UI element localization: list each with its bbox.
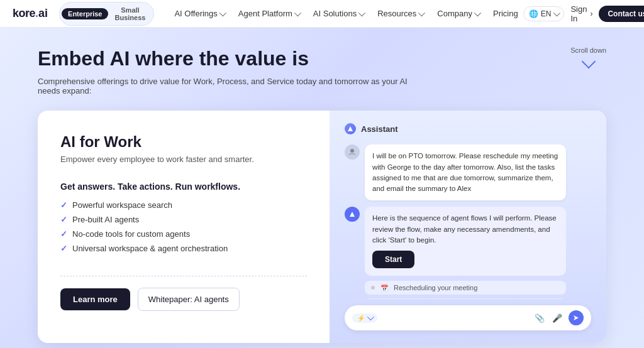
ai-bubble: Here is the sequence of agent flows I wi… xyxy=(365,207,566,276)
globe-icon: 🌐 xyxy=(529,9,538,18)
logo-ai-text: ai xyxy=(38,7,48,20)
list-item: ✓ Universal workspace & agent orchestrat… xyxy=(60,244,307,253)
navbar: kore . ai Enterprise Small Business AI O… xyxy=(0,0,644,28)
chevron-down-icon xyxy=(367,313,374,320)
chat-title: Assistant xyxy=(361,124,398,134)
chevron-down-icon xyxy=(418,9,425,16)
task-dot-icon xyxy=(371,286,375,290)
nav-agent-platform[interactable]: Agent Platform xyxy=(233,6,304,21)
attachment-icon[interactable]: 📎 xyxy=(533,312,546,324)
check-icon: ✓ xyxy=(60,229,67,239)
ai-avatar xyxy=(345,207,360,222)
chevron-down-icon xyxy=(474,9,481,16)
chat-input[interactable] xyxy=(382,313,528,322)
card-title: AI for Work xyxy=(60,133,307,151)
chat-messages: I will be on PTO tomorrow. Please resche… xyxy=(345,144,591,299)
chat-header: Assistant xyxy=(345,123,591,134)
start-button[interactable]: Start xyxy=(372,251,414,268)
chevron-down-icon xyxy=(219,9,226,16)
chevron-down-icon xyxy=(294,9,301,16)
assistant-icon xyxy=(345,123,356,134)
nav-ai-offerings[interactable]: AI Offerings xyxy=(169,6,229,21)
check-icon: ✓ xyxy=(60,244,67,253)
nav-company[interactable]: Company xyxy=(432,6,484,21)
mode-toggle: Enterprise Small Business xyxy=(59,2,154,26)
page-title: Embed AI where the value is xyxy=(38,46,606,70)
task-list: 📅 Rescheduling your meeting 🔍 Searching … xyxy=(365,281,566,299)
whitepaper-button[interactable]: Whitepaper: AI agents xyxy=(138,288,240,311)
svg-marker-2 xyxy=(350,212,355,217)
chevron-down-icon xyxy=(358,9,365,16)
check-icon: ✓ xyxy=(60,200,67,210)
nav-resources[interactable]: Resources xyxy=(372,6,428,21)
small-business-toggle[interactable]: Small Business xyxy=(108,4,152,23)
calendar-icon: 📅 xyxy=(380,285,389,291)
card-tagline: Get answers. Take actions. Run workflows… xyxy=(60,182,307,192)
card-subtitle: Empower every employee to work faster an… xyxy=(60,155,307,164)
input-mode-pill[interactable]: ⚡ xyxy=(352,313,377,323)
page-subtitle: Comprehensive offerings to drive value f… xyxy=(38,77,415,95)
svg-point-1 xyxy=(350,149,354,153)
user-bubble: I will be on PTO tomorrow. Please resche… xyxy=(365,144,566,200)
logo[interactable]: kore . ai xyxy=(13,7,48,20)
scroll-down-indicator[interactable]: Scroll down xyxy=(570,46,606,67)
chevron-down-icon xyxy=(553,9,560,16)
learn-more-button[interactable]: Learn more xyxy=(60,288,130,310)
card-actions: Learn more Whitepaper: AI agents xyxy=(60,288,307,311)
list-item: ✓ Pre-built AI agents xyxy=(60,215,307,224)
task-item: 🔍 Searching tasks assigned to you and du… xyxy=(365,298,566,299)
list-item: ✓ No-code tools for custom agents xyxy=(60,229,307,239)
microphone-icon[interactable]: 🎤 xyxy=(551,312,564,324)
check-icon: ✓ xyxy=(60,215,67,224)
card-left-panel: AI for Work Empower every employee to wo… xyxy=(38,111,330,343)
svg-marker-0 xyxy=(348,126,353,131)
chat-input-bar: ⚡ 📎 🎤 xyxy=(345,305,591,330)
logo-text: kore xyxy=(13,7,35,20)
divider xyxy=(60,276,307,276)
signin-link[interactable]: Sign In › xyxy=(570,4,592,23)
language-selector[interactable]: 🌐 EN xyxy=(523,6,565,21)
send-button[interactable] xyxy=(569,310,584,325)
task-item: 📅 Rescheduling your meeting xyxy=(365,281,566,295)
nav-pricing[interactable]: Pricing xyxy=(488,6,523,21)
arrow-icon: › xyxy=(590,9,592,18)
main-content: Scroll down Embed AI where the value is … xyxy=(0,28,644,348)
user-message: I will be on PTO tomorrow. Please resche… xyxy=(345,144,591,200)
list-item: ✓ Powerful workspace search xyxy=(60,200,307,210)
enterprise-toggle[interactable]: Enterprise xyxy=(62,8,108,19)
lightning-icon: ⚡ xyxy=(357,315,365,322)
contact-button[interactable]: Contact us xyxy=(599,6,644,22)
avatar xyxy=(345,144,360,160)
feature-card: AI for Work Empower every employee to wo… xyxy=(38,111,606,343)
ai-message: Here is the sequence of agent flows I wi… xyxy=(345,207,591,299)
feature-list: ✓ Powerful workspace search ✓ Pre-built … xyxy=(60,200,307,258)
chevron-down-icon xyxy=(581,55,596,69)
input-icons: 📎 🎤 xyxy=(533,310,584,325)
nav-links: AI Offerings Agent Platform AI Solutions… xyxy=(169,6,523,21)
nav-right: 🌐 EN Sign In › Contact us xyxy=(523,4,644,23)
card-right-panel: Assistant I will be on PTO tomorrow. Ple… xyxy=(330,111,606,343)
nav-ai-solutions[interactable]: AI Solutions xyxy=(308,6,369,21)
